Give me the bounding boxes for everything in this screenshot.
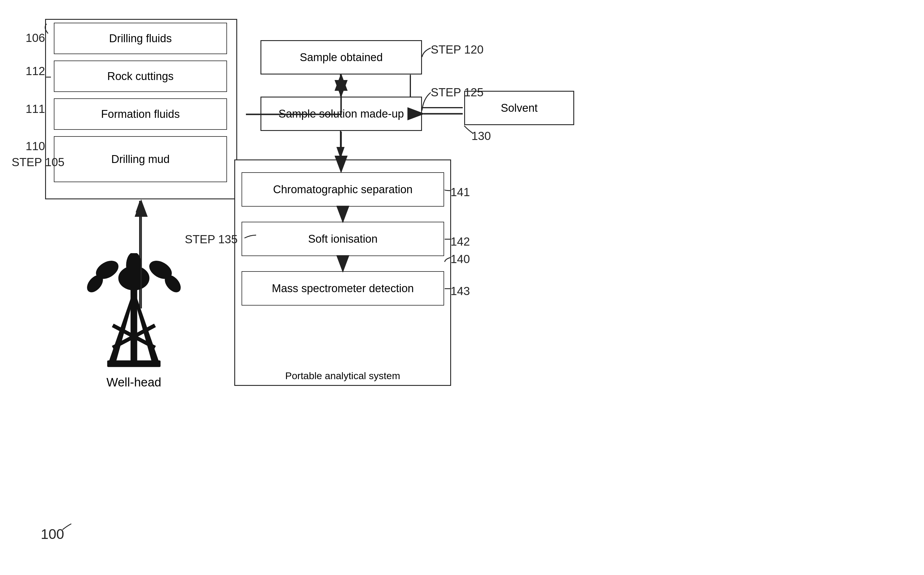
- sample-solution-label: Sample solution made-up: [278, 108, 404, 120]
- ref-112: 112: [25, 65, 45, 78]
- step-120: STEP 120: [431, 43, 484, 56]
- sample-solution-box: Sample solution made-up: [260, 97, 422, 131]
- svg-point-16: [126, 253, 141, 279]
- step-105: STEP 105: [12, 156, 65, 169]
- ref-111: 111: [25, 102, 45, 116]
- ref-143: 143: [451, 284, 470, 298]
- svg-marker-18: [109, 289, 134, 361]
- ref-130: 130: [472, 130, 491, 143]
- svg-rect-22: [107, 360, 160, 367]
- ref-110: 110: [25, 140, 45, 153]
- formation-fluids-box: Formation fluids: [54, 98, 227, 130]
- diagram: Drilling fluids Rock cuttings Formation …: [0, 0, 924, 575]
- svg-marker-19: [134, 289, 159, 361]
- ref-106: 106: [25, 32, 45, 44]
- wellhead-container: Well-head: [73, 253, 213, 399]
- soft-ionisation-label: Soft ionisation: [308, 233, 378, 245]
- mass-spec-box: Mass spectrometer detection: [241, 271, 444, 305]
- step-135: STEP 135: [185, 233, 238, 246]
- ref-141: 141: [451, 186, 470, 199]
- sample-obtained-box: Sample obtained: [260, 40, 422, 75]
- solvent-label: Solvent: [501, 102, 538, 114]
- sample-obtained-label: Sample obtained: [300, 51, 383, 64]
- formation-fluids-label: Formation fluids: [101, 108, 179, 121]
- step-125: STEP 125: [431, 86, 484, 99]
- drilling-fluids-box: Drilling fluids: [54, 23, 227, 54]
- soft-ionisation-box: Soft ionisation: [241, 222, 444, 256]
- wellhead-text-label: Well-head: [90, 375, 178, 389]
- rock-cuttings-box: Rock cuttings: [54, 60, 227, 92]
- chrom-sep-label: Chromatographic separation: [273, 183, 413, 196]
- portable-label: Portable analytical system: [285, 370, 400, 381]
- wellhead-icon: [73, 253, 195, 375]
- ref-140: 140: [451, 253, 470, 266]
- drilling-fluids-label: Drilling fluids: [109, 32, 172, 45]
- ref-100: 100: [41, 526, 64, 542]
- rock-cuttings-label: Rock cuttings: [107, 70, 173, 83]
- chrom-sep-box: Chromatographic separation: [241, 172, 444, 206]
- mass-spec-label: Mass spectrometer detection: [272, 282, 414, 295]
- drilling-mud-box: Drilling mud: [54, 136, 227, 182]
- drilling-mud-label: Drilling mud: [111, 153, 170, 165]
- ref-142: 142: [451, 235, 470, 248]
